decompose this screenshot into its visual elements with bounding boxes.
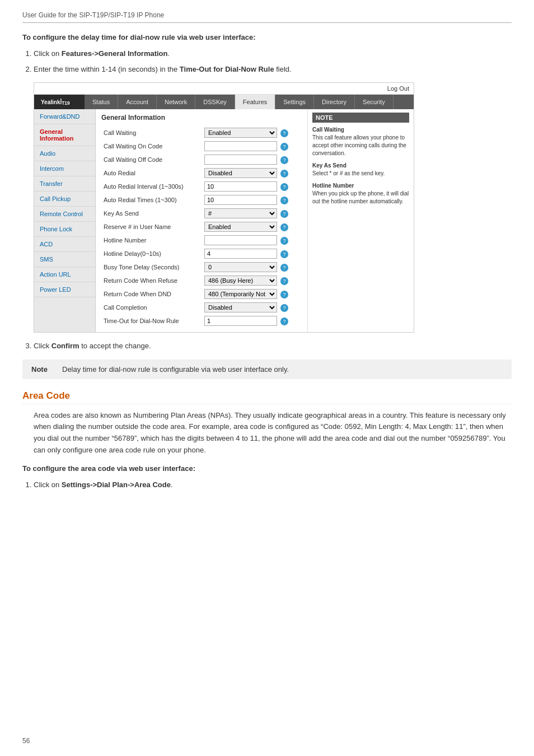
help-icon-hotline-delay[interactable]: ? <box>280 250 288 258</box>
steps-list: Click on Features->General Information. … <box>34 48 512 74</box>
nav-tab-network[interactable]: Network <box>157 95 195 109</box>
sidebar-item-power-led[interactable]: Power LED <box>34 282 95 297</box>
sidebar-item-phone-lock[interactable]: Phone Lock <box>34 222 95 237</box>
input-call-waiting[interactable]: EnabledDisabled ? <box>202 126 302 139</box>
sidebar-item-action-url[interactable]: Action URL <box>34 267 95 282</box>
select-busy-tone-delay[interactable]: 0 <box>204 262 277 272</box>
nav-tab-dsskey[interactable]: DSSKey <box>195 95 235 109</box>
help-icon-key-as-send[interactable]: ? <box>280 210 288 218</box>
note-box-content: Delay time for dial-now rule is configur… <box>62 365 289 374</box>
row-timeout-dial-now: Time-Out for Dial-Now Rule ? <box>101 314 302 328</box>
input-reserve-hash[interactable]: EnabledDisabled ? <box>202 220 302 234</box>
label-timeout-dial-now: Time-Out for Dial-Now Rule <box>101 314 202 328</box>
input-auto-redial[interactable]: DisabledEnabled ? <box>202 166 302 180</box>
label-return-code-refuse: Return Code When Refuse <box>101 274 202 287</box>
note-panel-title: NOTE <box>312 113 409 123</box>
input-call-completion[interactable]: DisabledEnabled ? <box>202 301 302 314</box>
sidebar-item-remote-control[interactable]: Remote Control <box>34 207 95 222</box>
section1-instruction: To configure the delay time for dial-now… <box>22 33 512 41</box>
select-reserve-hash[interactable]: EnabledDisabled <box>204 222 277 232</box>
ui-logo: Yealink |T19 <box>34 95 85 109</box>
step1-bold: Features->General Information <box>62 49 168 58</box>
help-icon-return-code-refuse[interactable]: ? <box>280 277 288 285</box>
input-auto-redial-interval[interactable]: ? <box>202 180 302 193</box>
nav-tab-security[interactable]: Security <box>355 95 394 109</box>
help-icon-hotline-number[interactable]: ? <box>280 237 288 245</box>
sidebar-item-transfer[interactable]: Transfer <box>34 176 95 192</box>
input-return-code-refuse[interactable]: 486 (Busy Here) ? <box>202 274 302 287</box>
row-call-waiting: Call Waiting EnabledDisabled ? <box>101 126 302 139</box>
label-key-as-send: Key As Send <box>101 207 202 220</box>
input-return-code-dnd[interactable]: 480 (Temporarily Not A ? <box>202 287 302 301</box>
area-code-instruction: To configure the area code via web user … <box>22 464 512 473</box>
field-auto-redial-interval[interactable] <box>204 181 277 192</box>
help-icon-call-waiting-off-code[interactable]: ? <box>280 156 288 164</box>
select-return-code-refuse[interactable]: 486 (Busy Here) <box>204 276 277 286</box>
nav-tab-directory[interactable]: Directory <box>314 95 355 109</box>
help-icon-call-waiting[interactable]: ? <box>280 129 288 137</box>
log-out-link[interactable]: Log Out <box>387 85 409 92</box>
sidebar-item-acd[interactable]: ACD <box>34 237 95 252</box>
area-code-heading: Area Code <box>22 390 512 404</box>
label-auto-redial-interval: Auto Redial Interval (1~300s) <box>101 180 202 193</box>
nav-tab-account[interactable]: Account <box>118 95 157 109</box>
ui-nav: Yealink |T19 Status Account Network DSSK… <box>34 95 414 109</box>
help-icon-auto-redial-interval[interactable]: ? <box>280 183 288 191</box>
step3-bold: Confirm <box>51 342 79 350</box>
select-auto-redial[interactable]: DisabledEnabled <box>204 168 277 178</box>
step3-list: Click Confirm to accept the change. <box>34 340 512 352</box>
label-hotline-delay: Hotline Delay(0~10s) <box>101 247 202 260</box>
select-call-completion[interactable]: DisabledEnabled <box>204 302 277 312</box>
form-table: Call Waiting EnabledDisabled ? Call Wait… <box>101 126 302 328</box>
field-timeout-dial-now[interactable] <box>204 316 277 326</box>
input-hotline-delay[interactable]: ? <box>202 247 302 260</box>
select-key-as-send[interactable]: #* <box>204 208 277 218</box>
row-key-as-send: Key As Send #* ? <box>101 207 302 220</box>
help-icon-call-waiting-on-code[interactable]: ? <box>280 143 288 151</box>
sidebar-item-sms[interactable]: SMS <box>34 252 95 267</box>
step-1: Click on Features->General Information. <box>34 48 512 59</box>
input-hotline-number[interactable]: ? <box>202 234 302 247</box>
help-icon-auto-redial[interactable]: ? <box>280 170 288 178</box>
label-reserve-hash: Reserve # in User Name <box>101 220 202 234</box>
input-key-as-send[interactable]: #* ? <box>202 207 302 220</box>
label-auto-redial-times: Auto Redial Times (1~300) <box>101 193 202 207</box>
sidebar-item-audio[interactable]: Audio <box>34 146 95 161</box>
field-hotline-number[interactable] <box>204 235 277 245</box>
help-icon-call-completion[interactable]: ? <box>280 304 288 312</box>
sidebar-item-general-info[interactable]: General Information <box>34 124 95 146</box>
sidebar-item-call-pickup[interactable]: Call Pickup <box>34 192 95 207</box>
page-header: User Guide for the SIP-T19P/SIP-T19 IP P… <box>22 11 512 23</box>
field-call-waiting-on-code[interactable] <box>204 141 277 151</box>
nav-tab-settings[interactable]: Settings <box>275 95 314 109</box>
input-auto-redial-times[interactable]: ? <box>202 193 302 207</box>
help-icon-reserve-hash[interactable]: ? <box>280 223 288 231</box>
nav-tab-features[interactable]: Features <box>235 95 275 109</box>
input-call-waiting-on-code[interactable]: ? <box>202 139 302 153</box>
help-icon-auto-redial-times[interactable]: ? <box>280 197 288 204</box>
step-3: Click Confirm to accept the change. <box>34 340 512 352</box>
select-return-code-dnd[interactable]: 480 (Temporarily Not A <box>204 289 277 299</box>
field-call-waiting-off-code[interactable] <box>204 155 277 165</box>
help-icon-busy-tone-delay[interactable]: ? <box>280 264 288 272</box>
label-call-waiting-off-code: Call Waiting Off Code <box>101 153 202 166</box>
select-call-waiting[interactable]: EnabledDisabled <box>204 128 277 138</box>
sidebar-item-forward-dnd[interactable]: Forward&DND <box>34 109 95 124</box>
label-call-waiting-on-code: Call Waiting On Code <box>101 139 202 153</box>
note-box-label: Note <box>31 365 57 374</box>
input-timeout-dial-now[interactable]: ? <box>202 314 302 328</box>
note-box: Note Delay time for dial-now rule is con… <box>22 360 512 379</box>
sidebar-item-intercom[interactable]: Intercom <box>34 161 95 176</box>
nav-tab-status[interactable]: Status <box>85 95 118 109</box>
input-busy-tone-delay[interactable]: 0 ? <box>202 260 302 274</box>
step2-bold: Time-Out for Dial-Now Rule <box>180 65 274 73</box>
field-hotline-delay[interactable] <box>204 249 277 259</box>
help-icon-timeout-dial-now[interactable]: ? <box>280 318 288 325</box>
input-call-waiting-off-code[interactable]: ? <box>202 153 302 166</box>
field-auto-redial-times[interactable] <box>204 195 277 205</box>
row-busy-tone-delay: Busy Tone Delay (Seconds) 0 ? <box>101 260 302 274</box>
label-call-completion: Call Completion <box>101 301 202 314</box>
help-icon-return-code-dnd[interactable]: ? <box>280 291 288 298</box>
ui-sidebar: Forward&DND General Information Audio In… <box>34 109 96 332</box>
row-auto-redial-interval: Auto Redial Interval (1~300s) ? <box>101 180 302 193</box>
